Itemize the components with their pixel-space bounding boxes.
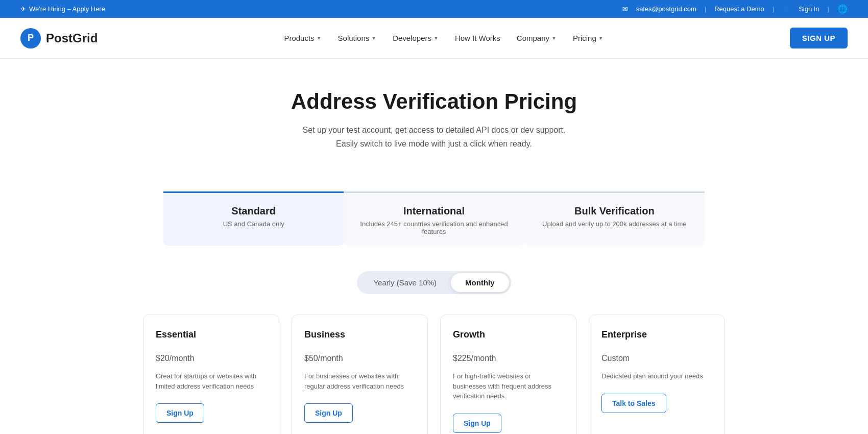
hiring-icon: ✈ <box>20 5 26 13</box>
separator: | <box>705 5 706 13</box>
nav-item-how-it-works[interactable]: How It Works <box>448 30 508 46</box>
tab-international[interactable]: International Includes 245+ countries ve… <box>344 191 524 246</box>
hiring-text[interactable]: We're Hiring – Apply Here <box>29 5 105 13</box>
plan-price-business: $50/month <box>304 346 415 365</box>
toggle-wrapper: Yearly (Save 10%) Monthly <box>357 271 511 294</box>
separator3: | <box>828 5 829 13</box>
toggle-yearly[interactable]: Yearly (Save 10%) <box>359 273 451 292</box>
tab-standard-subtitle: US and Canada only <box>223 220 284 228</box>
nav-item-pricing[interactable]: Pricing▼ <box>566 30 611 46</box>
tab-bulk[interactable]: Bulk Verification Upload and verify up t… <box>524 191 705 246</box>
tab-international-subtitle: Includes 245+ countries verification and… <box>354 220 514 235</box>
request-demo-link[interactable]: Request a Demo <box>714 5 764 13</box>
email-icon: ✉ <box>622 5 628 13</box>
signup-button[interactable]: SIGN UP <box>790 28 848 49</box>
nav-links: Products▼ Solutions▼ Developers▼ How It … <box>277 30 610 46</box>
chevron-down-icon: ▼ <box>317 35 322 41</box>
plan-desc-growth: For high-traffic websites or businesses … <box>453 371 564 401</box>
plan-cta-enterprise[interactable]: Talk to Sales <box>601 394 666 413</box>
plan-desc-business: For businesses or websites with regular … <box>304 371 415 391</box>
hiring-banner[interactable]: ✈ We're Hiring – Apply Here <box>20 5 105 13</box>
hero-section: Address Verification Pricing Set up your… <box>0 59 868 171</box>
signin-link[interactable]: Sign In <box>799 5 819 13</box>
toggle-monthly[interactable]: Monthly <box>451 273 509 292</box>
plan-price-essential: $20/month <box>156 346 267 365</box>
tab-standard[interactable]: Standard US and Canada only <box>163 191 344 246</box>
logo-name: PostGrid <box>46 31 98 45</box>
plan-card-enterprise: Enterprise Custom Dedicated plan around … <box>589 315 725 434</box>
sales-email-link[interactable]: sales@postgrid.com <box>636 5 696 13</box>
plan-price-growth: $225/month <box>453 346 564 365</box>
plan-cta-business[interactable]: Sign Up <box>304 403 353 423</box>
logo[interactable]: P PostGrid <box>20 28 98 49</box>
plan-cta-essential[interactable]: Sign Up <box>156 403 204 423</box>
language-icon[interactable]: 🌐 <box>837 4 848 14</box>
top-bar-actions: ✉ sales@postgrid.com | Request a Demo | … <box>622 4 848 14</box>
plan-desc-essential: Great for startups or websites with limi… <box>156 371 267 391</box>
tab-standard-title: Standard <box>231 205 276 217</box>
plan-cta-growth[interactable]: Sign Up <box>453 414 501 433</box>
plan-card-business: Business $50/month For businesses or web… <box>292 315 428 434</box>
billing-toggle: Yearly (Save 10%) Monthly <box>0 271 868 294</box>
signin-icon: 👤 <box>782 5 790 13</box>
separator2: | <box>773 5 774 13</box>
tab-bulk-subtitle: Upload and verify up to 200k addresses a… <box>542 220 687 228</box>
chevron-down-icon: ▼ <box>551 35 557 41</box>
plan-price-enterprise: Custom <box>601 346 712 365</box>
top-bar: ✈ We're Hiring – Apply Here ✉ sales@post… <box>0 0 868 18</box>
plan-name-growth: Growth <box>453 329 564 340</box>
logo-icon: P <box>20 28 41 49</box>
plan-name-essential: Essential <box>156 329 267 340</box>
chevron-down-icon: ▼ <box>433 35 439 41</box>
tab-international-title: International <box>403 205 465 217</box>
nav-item-developers[interactable]: Developers▼ <box>385 30 446 46</box>
plan-name-business: Business <box>304 329 415 340</box>
plan-type-tabs: Standard US and Canada only Internationa… <box>153 191 715 246</box>
tab-bulk-title: Bulk Verification <box>574 205 655 217</box>
pricing-cards: Essential $20/month Great for startups o… <box>128 315 740 434</box>
nav-item-solutions[interactable]: Solutions▼ <box>331 30 384 46</box>
plan-desc-enterprise: Dedicated plan around your needs <box>601 371 712 381</box>
plan-card-essential: Essential $20/month Great for startups o… <box>143 315 279 434</box>
nav-item-products[interactable]: Products▼ <box>277 30 328 46</box>
hero-subtitle: Set up your test account, get access to … <box>10 123 858 151</box>
chevron-down-icon: ▼ <box>598 35 604 41</box>
page-title: Address Verification Pricing <box>10 89 858 114</box>
plan-name-enterprise: Enterprise <box>601 329 712 340</box>
navbar: P PostGrid Products▼ Solutions▼ Develope… <box>0 18 868 59</box>
plan-card-growth: Growth $225/month For high-traffic websi… <box>440 315 576 434</box>
tabs-row: Standard US and Canada only Internationa… <box>163 191 705 246</box>
nav-item-company[interactable]: Company▼ <box>510 30 564 46</box>
chevron-down-icon: ▼ <box>371 35 376 41</box>
